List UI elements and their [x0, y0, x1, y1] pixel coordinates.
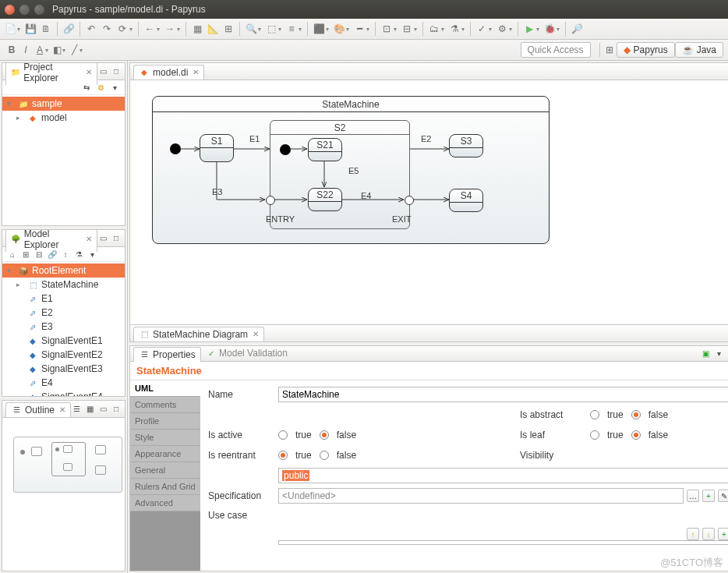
diagram-canvas[interactable]: StateMachine S1 E1 E3 S2 S21 E5 S22 ENTR… — [130, 80, 728, 324]
expand-icon[interactable]: ⊞ — [20, 249, 31, 260]
menu-icon[interactable]: ▾ — [87, 249, 97, 260]
model-item[interactable]: ⬀E4 — [2, 376, 125, 390]
save-all-icon[interactable]: 🗎 — [39, 22, 53, 36]
distribute-icon[interactable]: ⊟ — [400, 22, 414, 36]
perspective-papyrus[interactable]: ◆Papyrus — [617, 42, 675, 58]
spec-input[interactable]: <Undefined> — [278, 488, 684, 504]
debug-icon[interactable]: 🐞 — [542, 22, 557, 36]
properties-tab[interactable]: ☰Properties — [133, 347, 201, 362]
line-icon[interactable]: ━ — [352, 22, 366, 36]
model-item[interactable]: ▸⬚StateMachine — [2, 278, 125, 292]
bold-icon[interactable]: B — [5, 43, 19, 57]
redo-icon[interactable]: ↷ — [100, 22, 114, 36]
gear-icon[interactable]: ⚙ — [495, 22, 509, 36]
open-perspective-icon[interactable]: ⊞ — [603, 43, 617, 57]
model-validation-tab[interactable]: ✓ Model Validation — [206, 348, 288, 359]
collapse-icon[interactable]: ⊟ — [34, 249, 44, 260]
fill-color-icon[interactable]: ◧ — [50, 43, 64, 57]
line-color-icon[interactable]: ╱ — [67, 43, 81, 57]
abstract-false-radio[interactable] — [631, 410, 641, 419]
model-item[interactable]: ⬀E1 — [2, 292, 125, 306]
diagram-tab[interactable]: ⬚StateMachine Diagram✕ — [133, 327, 264, 341]
browse-button[interactable]: … — [687, 490, 699, 502]
run-icon[interactable]: ▶ — [522, 22, 536, 36]
editor-tab-model[interactable]: ◆model.di✕ — [133, 65, 204, 80]
link-icon[interactable]: 🔗 — [62, 22, 76, 36]
props-category[interactable]: General — [130, 462, 200, 479]
align-icon[interactable]: ≡ — [284, 22, 299, 36]
model-file[interactable]: ▸◆model — [2, 111, 125, 125]
forward-icon[interactable]: → — [163, 22, 177, 36]
window-minimize-button[interactable] — [19, 5, 30, 15]
outline-tab[interactable]: ☰Outline✕ — [5, 402, 71, 417]
up-button[interactable]: ↑ — [687, 528, 699, 540]
state-s1[interactable]: S1 — [200, 134, 234, 162]
state-s22[interactable]: S22 — [308, 188, 342, 211]
pin-icon[interactable]: ▾ — [713, 348, 724, 359]
sort-icon[interactable]: ↕ — [60, 249, 71, 260]
close-icon[interactable]: ✕ — [193, 68, 199, 76]
new-icon[interactable]: 📄 — [3, 22, 17, 36]
minimize-icon[interactable]: ▭ — [97, 404, 108, 415]
maximize-icon[interactable]: □ — [111, 404, 122, 415]
font-color-icon[interactable]: A — [33, 43, 47, 57]
model-item[interactable]: ⬀E3 — [2, 320, 125, 334]
layers-icon[interactable]: 🗂 — [427, 22, 441, 36]
edit-button[interactable]: ✎ — [718, 490, 728, 502]
active-true-radio[interactable] — [278, 430, 288, 440]
name-input[interactable] — [278, 387, 728, 402]
down-button[interactable]: ↓ — [702, 528, 715, 540]
ruler-icon[interactable]: 📐 — [206, 22, 220, 36]
abstract-true-radio[interactable] — [590, 410, 599, 419]
close-icon[interactable]: ✕ — [253, 330, 259, 338]
state-s3[interactable]: S3 — [449, 134, 483, 157]
model-item[interactable]: ◆SignalEventE1 — [2, 334, 125, 348]
project-root[interactable]: ▾📁sample — [2, 97, 125, 111]
italic-icon[interactable]: I — [19, 43, 33, 57]
close-icon[interactable]: ✕ — [59, 405, 65, 414]
tree-mode-icon[interactable]: ☰ — [71, 404, 82, 415]
model-item[interactable]: ⬀E2 — [2, 306, 125, 320]
props-category[interactable]: Profile — [130, 413, 200, 430]
model-item[interactable]: ◆SignalEventE3 — [2, 362, 125, 376]
snap-icon[interactable]: ⊞ — [221, 22, 235, 36]
active-false-radio[interactable] — [320, 430, 329, 440]
state-s21[interactable]: S21 — [308, 138, 342, 161]
home-icon[interactable]: ⌂ — [7, 249, 18, 260]
initial-node-s2[interactable] — [280, 144, 291, 155]
link-editor-icon[interactable]: ⚙ — [95, 82, 106, 93]
leaf-true-radio[interactable] — [590, 430, 599, 440]
state-s4[interactable]: S4 — [449, 189, 483, 212]
props-category[interactable]: Appearance — [130, 446, 200, 462]
entry-point[interactable] — [266, 196, 275, 205]
quick-access-input[interactable]: Quick Access — [521, 42, 591, 58]
usecase-list[interactable] — [278, 540, 728, 545]
undo-icon[interactable]: ↶ — [84, 22, 98, 36]
maximize-icon[interactable]: □ — [111, 66, 122, 77]
back-icon[interactable]: ← — [143, 22, 157, 36]
overview-mode-icon[interactable]: ▦ — [84, 404, 95, 415]
window-close-button[interactable] — [5, 5, 15, 15]
arrange-icon[interactable]: ⊡ — [380, 22, 394, 36]
visibility-combo[interactable]: public▾ — [278, 468, 728, 483]
fill-icon[interactable]: 🎨 — [332, 22, 346, 36]
props-category[interactable]: UML — [130, 380, 200, 397]
model-item[interactable]: ◆SignalEventE4 — [2, 390, 125, 396]
model-item[interactable]: ◆SignalEventE2 — [2, 348, 125, 362]
reentrant-true-radio[interactable] — [278, 451, 288, 460]
initial-node[interactable] — [170, 143, 181, 154]
filter-icon[interactable]: ⚗ — [447, 22, 461, 36]
root-element[interactable]: ▾📦RootElement — [2, 264, 125, 278]
exit-point[interactable] — [405, 196, 414, 205]
props-category[interactable]: Style — [130, 430, 200, 446]
props-category[interactable]: Comments — [130, 397, 200, 413]
grid-icon[interactable]: ▦ — [190, 22, 204, 36]
minimize-icon[interactable]: ▭ — [97, 233, 108, 244]
save-icon[interactable]: 💾 — [23, 22, 37, 36]
props-category[interactable]: Advanced — [130, 495, 200, 511]
zoom-icon[interactable]: 🔍 — [244, 22, 258, 36]
composite-s2[interactable]: S2 S21 E5 S22 ENTRY EXIT E4 — [270, 120, 410, 229]
new-view-icon[interactable]: ▣ — [700, 348, 711, 359]
props-category[interactable]: Rulers And Grid — [130, 479, 200, 495]
leaf-false-radio[interactable] — [631, 430, 641, 440]
